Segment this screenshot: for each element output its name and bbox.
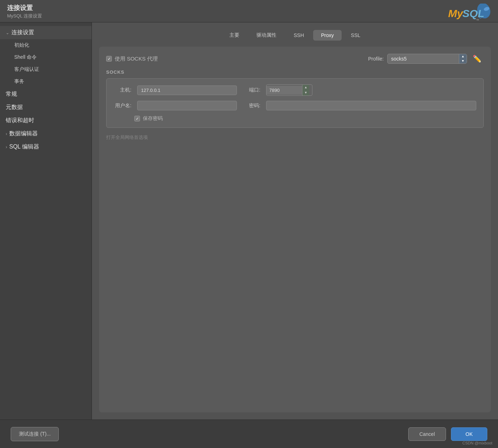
mysql-logo: My SQL ™ — [448, 4, 491, 25]
sidebar-item-transaction[interactable]: 事务 — [0, 75, 92, 88]
ok-button[interactable]: OK — [451, 427, 487, 441]
save-password-text: 保存密码 — [143, 115, 163, 122]
window-title: 连接设置 — [7, 4, 491, 12]
sidebar: ⌄ 连接设置 初始化 Shell 命令 客户端认证 事务 常规 元数据 错误 — [0, 22, 92, 420]
profile-stepper-up[interactable]: ▲ — [459, 54, 467, 59]
port-stepper-up[interactable]: ▲ — [302, 85, 309, 90]
profile-select[interactable]: socks5 socks4 HTTP — [388, 54, 459, 63]
profile-label: Profile: — [368, 56, 384, 62]
tab-main[interactable]: 主要 — [222, 30, 247, 41]
tab-ssh[interactable]: SSH — [286, 30, 312, 41]
sidebar-item-label: 初始化 — [14, 42, 29, 48]
bottom-bar: 测试连接 (T)... Cancel OK — [0, 420, 498, 448]
use-socks-text: 使用 SOCKS 代理 — [115, 56, 158, 62]
mysql-logo-svg: My SQL ™ — [448, 4, 491, 23]
sidebar-item-label: 事务 — [14, 78, 24, 85]
proxy-enable-row: ✓ 使用 SOCKS 代理 Profile: socks5 socks4 HTT… — [106, 54, 484, 64]
socks-box: 主机: 端口: ▲ ▼ 用户名: — [106, 78, 484, 128]
sidebar-item-error-timeout[interactable]: 错误和超时 — [0, 114, 92, 127]
save-password-label[interactable]: ✓ 保存密码 — [134, 115, 163, 122]
sidebar-item-client-auth[interactable]: 客户端认证 — [0, 63, 92, 75]
cancel-button[interactable]: Cancel — [408, 427, 446, 441]
sidebar-item-label: 客户端认证 — [14, 66, 39, 73]
host-input[interactable] — [137, 85, 237, 95]
username-label: 用户名: — [114, 103, 131, 109]
socks-section-label: SOCKS — [106, 69, 484, 75]
profile-row: Profile: socks5 socks4 HTTP ▲ ▼ — [368, 54, 484, 64]
port-wrapper: ▲ ▼ — [266, 84, 312, 96]
sidebar-item-metadata[interactable]: 元数据 — [0, 101, 92, 114]
bottom-right-buttons: Cancel OK — [408, 427, 487, 441]
watermark: CSDN @mixboot — [462, 441, 492, 445]
port-input[interactable] — [266, 86, 302, 95]
sidebar-item-label: SQL 编辑器 — [9, 143, 39, 151]
username-input[interactable] — [137, 101, 237, 110]
sidebar-item-connection-settings[interactable]: ⌄ 连接设置 — [0, 26, 92, 39]
port-stepper-down[interactable]: ▼ — [302, 90, 309, 95]
chevron-right-icon: › — [6, 131, 7, 136]
password-label: 密码: — [243, 103, 260, 109]
tabs-bar: 主要 驱动属性 SSH Proxy SSL — [99, 30, 491, 41]
sidebar-item-label: 连接设置 — [11, 29, 34, 36]
profile-stepper: ▲ ▼ — [459, 54, 467, 63]
svg-text:SQL: SQL — [462, 7, 484, 19]
content-area: 主要 驱动属性 SSH Proxy SSL ✓ 使用 SOCKS 代理 Prof… — [92, 22, 498, 420]
sidebar-item-sql-editor[interactable]: › SQL 编辑器 — [0, 140, 92, 153]
sidebar-item-data-editor[interactable]: › 数据编辑器 — [0, 127, 92, 140]
proxy-panel: ✓ 使用 SOCKS 代理 Profile: socks5 socks4 HTT… — [99, 47, 491, 412]
tab-driver-props[interactable]: 驱动属性 — [249, 30, 284, 41]
save-password-row: ✓ 保存密码 — [114, 115, 476, 122]
sidebar-item-general[interactable]: 常规 — [0, 88, 92, 101]
sidebar-item-label: 错误和超时 — [6, 117, 34, 124]
sidebar-item-label: 常规 — [6, 90, 17, 98]
profile-select-wrapper: socks5 socks4 HTTP ▲ ▼ — [387, 54, 467, 64]
username-password-row: 用户名: 密码: — [114, 101, 476, 110]
profile-stepper-down[interactable]: ▼ — [459, 59, 467, 63]
chevron-down-icon: ⌄ — [6, 30, 9, 35]
host-port-row: 主机: 端口: ▲ ▼ — [114, 84, 476, 96]
port-stepper: ▲ ▼ — [302, 85, 309, 95]
use-socks-label[interactable]: ✓ 使用 SOCKS 代理 — [106, 56, 158, 62]
svg-text:™: ™ — [476, 19, 479, 22]
test-connection-button[interactable]: 测试连接 (T)... — [11, 427, 59, 441]
tab-ssl[interactable]: SSL — [343, 30, 368, 41]
tab-proxy[interactable]: Proxy — [313, 30, 342, 41]
port-label: 端口: — [243, 87, 260, 93]
window-subtitle: MySQL 连接设置 — [7, 13, 491, 19]
host-label: 主机: — [114, 87, 131, 93]
sidebar-item-label: 数据编辑器 — [9, 130, 38, 137]
sidebar-item-label: Shell 命令 — [14, 54, 37, 61]
chevron-right-icon: › — [6, 145, 7, 150]
save-password-checkbox[interactable]: ✓ — [134, 116, 140, 121]
edit-profile-button[interactable]: ✏️ — [471, 54, 484, 64]
open-network-link[interactable]: 打开全局网络首选项 — [106, 134, 484, 141]
use-socks-checkbox[interactable]: ✓ — [106, 56, 112, 62]
sidebar-item-label: 元数据 — [6, 104, 23, 111]
svg-text:My: My — [448, 7, 463, 19]
sidebar-item-shell-command[interactable]: Shell 命令 — [0, 51, 92, 63]
password-input[interactable] — [266, 101, 476, 110]
sidebar-item-init[interactable]: 初始化 — [0, 39, 92, 51]
